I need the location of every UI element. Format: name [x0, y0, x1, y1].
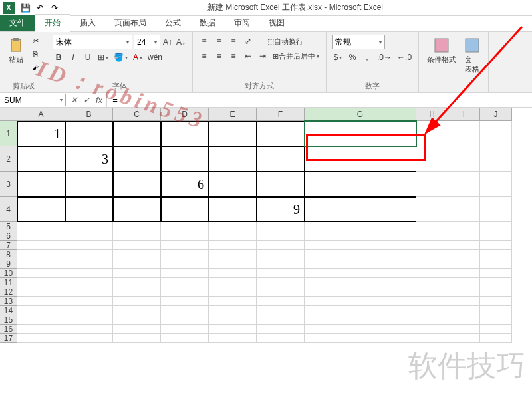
- cell-D15[interactable]: [161, 315, 209, 325]
- cell-B2[interactable]: 3: [65, 146, 113, 172]
- cell-C8[interactable]: [113, 250, 161, 259]
- cell-I16[interactable]: [448, 325, 480, 334]
- tab-home[interactable]: 开始: [35, 14, 70, 32]
- bold-button[interactable]: B: [53, 51, 65, 64]
- cell-I8[interactable]: [448, 250, 480, 259]
- cell-H17[interactable]: [416, 334, 448, 343]
- cell-A12[interactable]: [17, 287, 65, 297]
- row-header-2[interactable]: 2: [0, 146, 17, 172]
- format-as-table-button[interactable]: 套 表格: [462, 35, 483, 77]
- cell-F8[interactable]: [257, 250, 305, 259]
- row-header-7[interactable]: 7: [0, 241, 17, 250]
- cell-E13[interactable]: [209, 297, 257, 306]
- cell-E16[interactable]: [209, 325, 257, 334]
- cell-C11[interactable]: [113, 278, 161, 287]
- cell-G9[interactable]: [305, 259, 416, 269]
- font-size-select[interactable]: 24▾: [134, 35, 160, 49]
- number-format-select[interactable]: 常规▾: [332, 35, 385, 49]
- cell-J16[interactable]: [480, 325, 512, 334]
- cell-I3[interactable]: [448, 172, 480, 197]
- cell-E7[interactable]: [209, 241, 257, 250]
- row-header-14[interactable]: 14: [0, 306, 17, 315]
- cell-I14[interactable]: [448, 306, 480, 315]
- cell-G16[interactable]: [305, 325, 416, 334]
- formula-input[interactable]: =: [107, 93, 532, 107]
- cell-H14[interactable]: [416, 306, 448, 315]
- cell-H16[interactable]: [416, 325, 448, 334]
- cell-G3[interactable]: [305, 172, 416, 197]
- cell-H11[interactable]: [416, 278, 448, 287]
- cell-J7[interactable]: [480, 241, 512, 250]
- cell-D9[interactable]: [161, 259, 209, 269]
- row-header-17[interactable]: 17: [0, 334, 17, 343]
- cell-C12[interactable]: [113, 287, 161, 297]
- cell-F15[interactable]: [257, 315, 305, 325]
- enter-formula-button[interactable]: ✓: [83, 95, 90, 105]
- cell-C17[interactable]: [113, 334, 161, 343]
- cell-G1[interactable]: =: [305, 121, 416, 146]
- cell-A5[interactable]: [17, 222, 65, 231]
- cell-E1[interactable]: [209, 121, 257, 146]
- cell-G2[interactable]: [305, 146, 416, 172]
- row-header-10[interactable]: 10: [0, 269, 17, 278]
- cell-G6[interactable]: [305, 231, 416, 241]
- italic-button[interactable]: I: [67, 51, 79, 64]
- cell-F13[interactable]: [257, 297, 305, 306]
- cell-D14[interactable]: [161, 306, 209, 315]
- cell-F11[interactable]: [257, 278, 305, 287]
- font-color-button[interactable]: A▾: [132, 51, 144, 64]
- column-header-F[interactable]: F: [257, 108, 305, 121]
- cell-G11[interactable]: [305, 278, 416, 287]
- column-header-I[interactable]: I: [448, 108, 480, 121]
- cell-G5[interactable]: [305, 222, 416, 231]
- conditional-format-button[interactable]: 条件格式: [424, 35, 459, 67]
- column-header-H[interactable]: H: [416, 108, 448, 121]
- cell-E10[interactable]: [209, 269, 257, 278]
- cell-G7[interactable]: [305, 241, 416, 250]
- row-header-13[interactable]: 13: [0, 297, 17, 306]
- cell-D1[interactable]: [161, 121, 209, 146]
- cell-B9[interactable]: [65, 259, 113, 269]
- cell-A10[interactable]: [17, 269, 65, 278]
- cell-G10[interactable]: [305, 269, 416, 278]
- column-header-A[interactable]: A: [17, 108, 65, 121]
- cell-H2[interactable]: [416, 146, 448, 172]
- cell-J9[interactable]: [480, 259, 512, 269]
- cell-G12[interactable]: [305, 287, 416, 297]
- cell-E12[interactable]: [209, 287, 257, 297]
- cell-F17[interactable]: [257, 334, 305, 343]
- cancel-formula-button[interactable]: ✕: [70, 95, 78, 105]
- column-header-E[interactable]: E: [209, 108, 257, 121]
- cell-J3[interactable]: [480, 172, 512, 197]
- decrease-font-button[interactable]: A↓: [175, 35, 187, 49]
- cell-A3[interactable]: [17, 172, 65, 197]
- cell-J1[interactable]: [480, 121, 512, 146]
- align-top-button[interactable]: ≡: [198, 35, 210, 48]
- tab-layout[interactable]: 页面布局: [105, 15, 156, 31]
- cell-H7[interactable]: [416, 241, 448, 250]
- cell-B15[interactable]: [65, 315, 113, 325]
- tab-review[interactable]: 审阅: [225, 15, 259, 31]
- cell-D7[interactable]: [161, 241, 209, 250]
- cell-B17[interactable]: [65, 334, 113, 343]
- name-box[interactable]: SUM▾: [1, 94, 66, 106]
- cell-A7[interactable]: [17, 241, 65, 250]
- cell-D5[interactable]: [161, 222, 209, 231]
- cell-A16[interactable]: [17, 325, 65, 334]
- cell-J14[interactable]: [480, 306, 512, 315]
- cell-C7[interactable]: [113, 241, 161, 250]
- cell-A1[interactable]: 1: [17, 121, 65, 146]
- cell-F6[interactable]: [257, 231, 305, 241]
- row-header-8[interactable]: 8: [0, 250, 17, 259]
- cell-H12[interactable]: [416, 287, 448, 297]
- cell-I9[interactable]: [448, 259, 480, 269]
- cell-E5[interactable]: [209, 222, 257, 231]
- format-painter-button[interactable]: 🖌: [29, 61, 41, 73]
- cell-J12[interactable]: [480, 287, 512, 297]
- cell-J8[interactable]: [480, 250, 512, 259]
- cell-E11[interactable]: [209, 278, 257, 287]
- cell-J10[interactable]: [480, 269, 512, 278]
- cell-G8[interactable]: [305, 250, 416, 259]
- cell-J15[interactable]: [480, 315, 512, 325]
- decrease-decimal-button[interactable]: ←.0: [396, 51, 413, 64]
